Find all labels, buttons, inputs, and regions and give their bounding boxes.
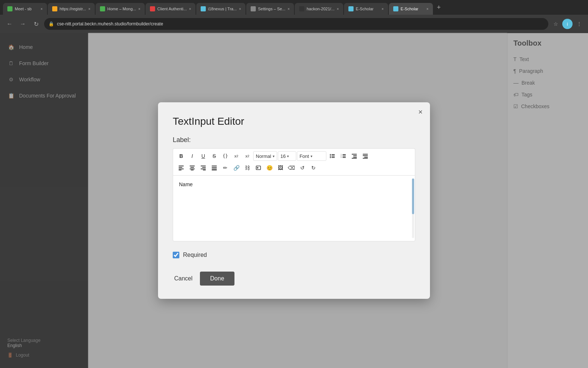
align-right-button[interactable] <box>198 163 208 173</box>
tab-close-icon[interactable]: × <box>40 7 43 11</box>
align-justify-button[interactable] <box>209 163 219 173</box>
bookmark-icon[interactable]: ☆ <box>551 20 560 28</box>
browser-tab[interactable]: Meet - sb × <box>3 3 47 15</box>
font-family-select[interactable]: Font ▾ <box>297 151 326 161</box>
nav-actions: ☆ i ⋮ <box>551 19 584 29</box>
editor-content[interactable]: Name <box>179 181 409 187</box>
link-button[interactable]: 🔗 <box>231 163 241 173</box>
editor-area[interactable]: Name <box>173 175 415 241</box>
bold-button[interactable]: B <box>176 151 186 161</box>
address-text: cse-nitt.portal.beckn.muhesh.studio/form… <box>57 21 163 26</box>
tab-favicon <box>150 6 155 11</box>
back-button[interactable]: ← <box>4 19 15 29</box>
tab-close-icon[interactable]: × <box>88 7 90 11</box>
pen-button[interactable]: ✏ <box>220 163 230 173</box>
svg-rect-12 <box>352 154 357 155</box>
browser-tab[interactable]: E-Scholar × <box>344 3 388 15</box>
tab-close-icon[interactable]: × <box>381 7 384 11</box>
svg-rect-14 <box>353 157 357 158</box>
unordered-list-button[interactable] <box>327 151 337 161</box>
forward-button[interactable]: → <box>18 19 28 29</box>
font-size-arrow: ▾ <box>287 154 289 158</box>
browser-chrome: Meet - sb × https://registr... × Home – … <box>0 0 588 33</box>
editor-toolbar: B I U S {} x2 x2 Normal ▾ 16 ▾ <box>173 148 415 175</box>
svg-rect-34 <box>212 169 217 169</box>
svg-rect-32 <box>212 166 217 166</box>
svg-rect-20 <box>179 166 184 166</box>
toolbar-row-1: B I U S {} x2 x2 Normal ▾ 16 ▾ <box>176 151 412 161</box>
svg-point-4 <box>330 157 331 158</box>
tab-close-icon[interactable]: × <box>288 7 290 11</box>
browser-tab[interactable]: Client Authenti... × <box>146 3 196 15</box>
required-label[interactable]: Required <box>183 252 207 258</box>
svg-rect-24 <box>190 166 195 166</box>
svg-point-2 <box>330 156 331 157</box>
tab-close-icon[interactable]: × <box>138 7 140 11</box>
svg-rect-11 <box>343 157 346 158</box>
font-family-arrow: ▾ <box>311 154 312 158</box>
browser-tab[interactable]: E-Scholar × <box>389 3 433 15</box>
code-button[interactable]: {} <box>220 151 230 161</box>
modal-overlay: × TextInput Editor Label: B I U S {} x2 … <box>0 33 588 368</box>
required-row: Required <box>173 252 415 258</box>
svg-rect-18 <box>364 157 368 158</box>
svg-rect-13 <box>353 155 357 156</box>
svg-rect-29 <box>202 167 206 168</box>
tab-close-icon[interactable]: × <box>239 7 241 11</box>
tab-label: Settings – Se... <box>258 7 286 11</box>
browser-tab[interactable]: hackon-2021/... × <box>295 3 343 15</box>
cancel-button[interactable]: Cancel <box>173 272 194 285</box>
required-checkbox[interactable] <box>173 252 179 258</box>
svg-rect-5 <box>331 157 335 158</box>
svg-rect-30 <box>201 169 206 169</box>
heading-select[interactable]: Normal ▾ <box>253 151 277 161</box>
svg-rect-7 <box>343 154 346 155</box>
tab-label: Meet - sb <box>15 7 32 11</box>
tab-close-icon[interactable]: × <box>426 7 429 11</box>
editor-scrollbar[interactable] <box>412 178 414 238</box>
align-left-button[interactable] <box>176 163 186 173</box>
address-bar[interactable]: 🔒 cse-nitt.portal.beckn.muhesh.studio/fo… <box>44 18 548 30</box>
indent-decrease-button[interactable] <box>349 151 359 161</box>
redo-button[interactable]: ↻ <box>308 163 319 173</box>
superscript-button[interactable]: x2 <box>231 151 241 161</box>
italic-button[interactable]: I <box>187 151 197 161</box>
tab-close-icon[interactable]: × <box>337 7 339 11</box>
tab-favicon <box>251 6 256 11</box>
modal-close-button[interactable]: × <box>418 108 423 116</box>
align-center-button[interactable] <box>187 163 197 173</box>
tab-close-icon[interactable]: × <box>189 7 191 11</box>
strikethrough-button[interactable]: S <box>209 151 219 161</box>
font-size-value: 16 <box>280 153 286 159</box>
embed-button[interactable] <box>253 163 263 173</box>
action-row: Cancel Done <box>173 272 415 286</box>
reload-button[interactable]: ↻ <box>31 19 41 29</box>
image-button[interactable]: 🖼 <box>275 163 286 173</box>
ordered-list-button[interactable]: 1.2.3. <box>338 151 348 161</box>
tab-label: E-Scholar <box>356 7 373 11</box>
tab-favicon <box>348 6 354 11</box>
subscript-button[interactable]: x2 <box>242 151 252 161</box>
svg-rect-26 <box>190 169 195 169</box>
eraser-button[interactable]: ⌫ <box>286 163 297 173</box>
svg-rect-9 <box>343 156 346 156</box>
unlink-button[interactable]: ⛓ <box>242 163 252 173</box>
profile-icon[interactable]: i <box>562 19 573 29</box>
underline-button[interactable]: U <box>198 151 208 161</box>
new-tab-button[interactable]: + <box>434 2 444 13</box>
tab-label: E-Scholar <box>401 7 418 11</box>
svg-rect-16 <box>363 154 368 155</box>
browser-tab[interactable]: Settings – Se... × <box>246 3 294 15</box>
done-button[interactable]: Done <box>200 272 234 286</box>
svg-rect-3 <box>331 156 335 156</box>
heading-value: Normal <box>256 153 271 159</box>
svg-rect-1 <box>331 154 335 155</box>
emoji-button[interactable]: 😊 <box>264 163 275 173</box>
menu-icon[interactable]: ⋮ <box>575 20 584 28</box>
browser-tab[interactable]: Home – Mong... × <box>96 3 145 15</box>
indent-increase-button[interactable] <box>360 151 370 161</box>
browser-tab[interactable]: i18nexus | Tra... × <box>196 3 245 15</box>
undo-button[interactable]: ↺ <box>297 163 308 173</box>
browser-tab[interactable]: https://registr... × <box>48 3 95 15</box>
font-size-select[interactable]: 16 ▾ <box>278 151 296 161</box>
